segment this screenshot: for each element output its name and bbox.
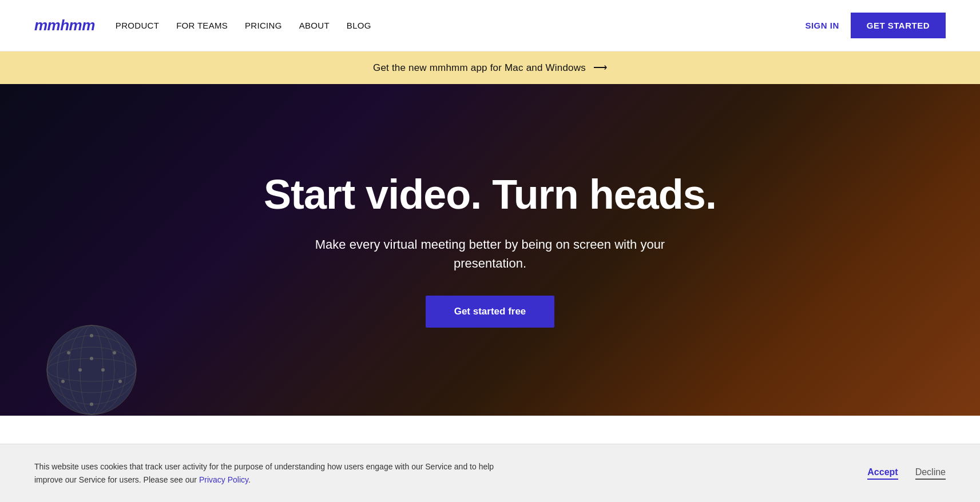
nav-item-blog[interactable]: BLOG [347, 21, 371, 31]
nav-link-about[interactable]: ABOUT [299, 21, 330, 30]
navbar-left: mmhmm PRODUCT FOR TEAMS PRICING ABOUT BL… [34, 17, 371, 34]
svg-point-14 [61, 380, 65, 383]
svg-point-0 [47, 325, 136, 415]
hero-subtitle: Make every virtual meeting better by bei… [313, 235, 668, 273]
nav-link-blog[interactable]: BLOG [347, 21, 371, 30]
nav-links: PRODUCT FOR TEAMS PRICING ABOUT BLOG [116, 21, 371, 31]
hero-section: Start video. Turn heads. Make every virt… [0, 84, 980, 416]
nav-link-product[interactable]: PRODUCT [116, 21, 159, 30]
navbar-right: SIGN IN GET STARTED [805, 13, 946, 38]
hero-globe-decoration [46, 324, 137, 416]
nav-link-for-teams[interactable]: FOR TEAMS [176, 21, 228, 30]
nav-item-about[interactable]: ABOUT [299, 21, 330, 31]
svg-point-13 [90, 403, 93, 406]
get-started-button[interactable]: GET STARTED [851, 13, 946, 38]
announcement-banner[interactable]: Get the new mmhmm app for Mac and Window… [0, 51, 980, 84]
hero-cta-button[interactable]: Get started free [426, 296, 555, 328]
svg-point-11 [78, 368, 82, 372]
nav-link-pricing[interactable]: PRICING [245, 21, 282, 30]
sign-in-button[interactable]: SIGN IN [805, 21, 839, 30]
nav-item-product[interactable]: PRODUCT [116, 21, 159, 31]
hero-title: Start video. Turn heads. [264, 172, 716, 217]
banner-text: Get the new mmhmm app for Mac and Window… [373, 62, 586, 73]
logo[interactable]: mmhmm [34, 17, 95, 34]
svg-point-7 [90, 334, 93, 337]
svg-point-12 [101, 368, 105, 372]
nav-item-pricing[interactable]: PRICING [245, 21, 282, 31]
svg-point-15 [118, 380, 122, 383]
svg-point-9 [90, 357, 93, 360]
svg-point-8 [113, 351, 116, 354]
nav-item-for-teams[interactable]: FOR TEAMS [176, 21, 228, 31]
banner-arrow-icon: ⟶ [593, 62, 607, 74]
svg-point-10 [67, 351, 70, 354]
navbar: mmhmm PRODUCT FOR TEAMS PRICING ABOUT BL… [0, 0, 980, 51]
